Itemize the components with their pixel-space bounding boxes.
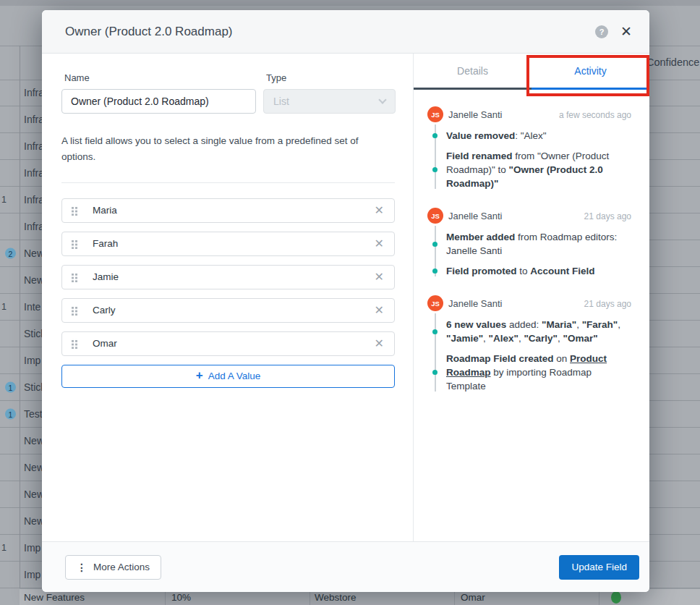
row-label: Infra bbox=[24, 221, 44, 232]
modal-body: Name Type List A list field allows you t… bbox=[42, 54, 649, 541]
row-label: New bbox=[24, 488, 44, 500]
background-grid-line bbox=[20, 46, 20, 605]
row-label: New bbox=[24, 274, 44, 286]
add-value-button[interactable]: + Add A Value bbox=[61, 365, 395, 388]
background-toolbar-edge bbox=[0, 0, 700, 6]
row-count-badge: 2 bbox=[5, 248, 16, 259]
type-select: List bbox=[263, 89, 396, 114]
drag-handle-icon[interactable] bbox=[71, 305, 78, 316]
activity-item: 6 new values added: "Maria", "Farah", "J… bbox=[446, 318, 631, 345]
field-type-description: A list field allows you to select a sing… bbox=[61, 133, 394, 166]
activity-timestamp: a few seconds ago bbox=[559, 110, 631, 120]
row-label: Infra bbox=[24, 167, 44, 179]
update-field-button[interactable]: Update Field bbox=[559, 555, 639, 580]
bottom-row-cell: Omar bbox=[461, 592, 485, 603]
activity-text-segment: "Jamie" bbox=[446, 333, 483, 344]
row-label: New bbox=[24, 462, 44, 473]
activity-text-segment: "Carly" bbox=[524, 333, 558, 344]
activity-text-segment: Field promoted bbox=[446, 266, 517, 276]
activity-entry: JSJanelle Santia few seconds agoValue re… bbox=[427, 107, 631, 190]
activity-text-segment: on bbox=[554, 353, 571, 364]
activity-user-name: Janelle Santi bbox=[448, 109, 559, 120]
activity-timestamp: 21 days ago bbox=[584, 211, 631, 221]
help-icon[interactable]: ? bbox=[595, 25, 608, 38]
tab-details[interactable]: Details bbox=[414, 54, 532, 90]
value-row: Omar✕ bbox=[61, 331, 395, 356]
remove-value-icon[interactable]: ✕ bbox=[375, 305, 384, 316]
modal-header: Owner (Product 2.0 Roadmap) ? ✕ bbox=[42, 10, 649, 54]
field-edit-modal: Owner (Product 2.0 Roadmap) ? ✕ Name Typ… bbox=[42, 10, 649, 592]
field-form-panel: Name Type List A list field allows you t… bbox=[42, 54, 414, 541]
modal-title: Owner (Product 2.0 Roadmap) bbox=[65, 25, 595, 39]
name-label: Name bbox=[64, 72, 256, 83]
confidence-column-header: Confidence bbox=[646, 56, 699, 68]
name-type-row: Name Type List bbox=[61, 72, 395, 114]
activity-item: Value removed: "Alex" bbox=[446, 129, 631, 143]
activity-text-segment: 6 new values bbox=[446, 319, 506, 330]
activity-feed: JSJanelle Santia few seconds agoValue re… bbox=[414, 90, 649, 541]
drag-handle-icon[interactable] bbox=[71, 239, 78, 249]
activity-item: Member added from Roadmap editors: Janel… bbox=[446, 230, 631, 258]
tab-bar: Details Activity bbox=[414, 54, 649, 90]
row-label: Imp bbox=[24, 569, 40, 580]
drag-handle-icon[interactable] bbox=[71, 339, 78, 349]
value-label: Maria bbox=[93, 205, 375, 216]
activity-text-segment: to bbox=[517, 266, 531, 276]
remove-value-icon[interactable]: ✕ bbox=[375, 338, 384, 350]
activity-entry-header: Janelle Santi21 days ago bbox=[446, 208, 631, 224]
drag-handle-icon[interactable] bbox=[71, 206, 78, 216]
tab-activity[interactable]: Activity bbox=[532, 54, 649, 90]
activity-text-segment: Account Field bbox=[530, 266, 594, 276]
name-input[interactable] bbox=[61, 89, 256, 114]
value-row: Carly✕ bbox=[61, 298, 395, 323]
avatar: JS bbox=[427, 295, 443, 311]
row-label: Test bbox=[24, 408, 43, 420]
activity-entry: JSJanelle Santi21 days agoMember added f… bbox=[427, 208, 631, 278]
activity-text-segment: added: bbox=[506, 319, 542, 330]
row-count-badge: 1 bbox=[5, 382, 16, 393]
drag-handle-icon[interactable] bbox=[71, 272, 78, 282]
remove-value-icon[interactable]: ✕ bbox=[375, 271, 384, 283]
activity-text-segment: Member added bbox=[446, 232, 515, 242]
remove-value-icon[interactable]: ✕ bbox=[375, 238, 384, 250]
value-row: Farah✕ bbox=[61, 232, 395, 256]
modal-footer: ⋮ More Actions Update Field bbox=[42, 541, 649, 592]
activity-text-segment: Value removed bbox=[446, 130, 515, 141]
bottom-row-cell: New Features bbox=[24, 592, 85, 603]
row-label: New bbox=[24, 515, 44, 527]
chevron-down-icon bbox=[378, 96, 386, 103]
activity-item: Field promoted to Account Field bbox=[446, 264, 631, 278]
more-actions-button[interactable]: ⋮ More Actions bbox=[65, 555, 161, 580]
kebab-icon: ⋮ bbox=[77, 562, 87, 573]
activity-text-segment: "Farah" bbox=[582, 319, 618, 330]
activity-text-segment: , bbox=[558, 333, 563, 344]
bottom-row-cell: Webstore bbox=[315, 592, 357, 603]
more-actions-label: More Actions bbox=[93, 562, 150, 572]
row-count-badge: 1 bbox=[5, 409, 16, 420]
row-label: Infra bbox=[24, 114, 44, 125]
activity-text-segment: , bbox=[618, 319, 620, 330]
row-label: New bbox=[24, 248, 44, 259]
activity-text-segment: "Alex" bbox=[489, 333, 518, 344]
value-label: Carly bbox=[93, 305, 375, 316]
plus-icon: + bbox=[196, 368, 203, 383]
activity-item: Field renamed from "Owner (Product Roadm… bbox=[446, 149, 631, 190]
value-list: Maria✕Farah✕Jamie✕Carly✕Omar✕ bbox=[61, 198, 395, 356]
divider bbox=[61, 182, 395, 183]
activity-text-segment: , bbox=[483, 333, 489, 344]
avatar: JS bbox=[427, 106, 443, 122]
type-select-value: List bbox=[273, 96, 289, 107]
value-row: Jamie✕ bbox=[61, 265, 395, 289]
activity-timestamp: 21 days ago bbox=[584, 299, 631, 309]
row-label: Infra bbox=[24, 87, 44, 98]
remove-value-icon[interactable]: ✕ bbox=[375, 205, 384, 216]
row-count-number: 1 bbox=[1, 543, 7, 553]
row-count-number: 1 bbox=[1, 302, 7, 312]
name-field-group: Name bbox=[61, 72, 256, 114]
value-label: Farah bbox=[93, 238, 375, 249]
row-label: Infra bbox=[24, 140, 44, 152]
close-icon[interactable]: ✕ bbox=[620, 25, 632, 38]
row-count-number: 1 bbox=[1, 195, 7, 205]
value-label: Jamie bbox=[93, 271, 375, 282]
row-label: Inte bbox=[24, 301, 40, 313]
